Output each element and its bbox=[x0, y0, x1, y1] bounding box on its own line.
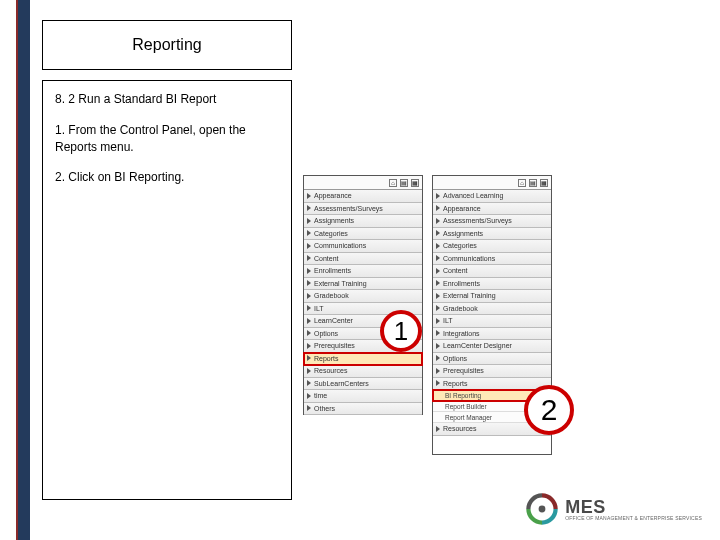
menu-item[interactable]: Enrollments bbox=[433, 278, 551, 291]
expand-arrow-icon bbox=[436, 230, 440, 236]
menu-item-label: Prerequisites bbox=[314, 342, 355, 349]
menu-item[interactable]: Assignments bbox=[433, 228, 551, 241]
menu-item-label: Enrollments bbox=[314, 267, 351, 274]
menu-item-label: Content bbox=[443, 267, 468, 274]
expand-arrow-icon bbox=[307, 380, 311, 386]
menu-item-label: LearnCenter bbox=[314, 317, 353, 324]
menu-item[interactable]: Content bbox=[304, 253, 422, 266]
menu-item-label: Reports bbox=[443, 380, 468, 387]
side-accent-bar bbox=[16, 0, 30, 540]
expand-arrow-icon bbox=[436, 293, 440, 299]
menu-item-label: Reports bbox=[314, 355, 339, 362]
menu-item-label: Categories bbox=[314, 230, 348, 237]
menu-item-label: Communications bbox=[443, 255, 495, 262]
menu-item[interactable]: Appearance bbox=[433, 203, 551, 216]
menu-item[interactable]: External Training bbox=[304, 278, 422, 291]
expand-arrow-icon bbox=[307, 218, 311, 224]
home-icon: ⌂ bbox=[518, 179, 526, 187]
menu-item[interactable]: Prerequisites bbox=[433, 365, 551, 378]
menu-item[interactable]: External Training bbox=[433, 290, 551, 303]
expand-arrow-icon bbox=[436, 243, 440, 249]
callout-badge-2: 2 bbox=[524, 385, 574, 435]
step-1: 1. From the Control Panel, open the Repo… bbox=[55, 122, 279, 156]
menu-item-label: External Training bbox=[314, 280, 367, 287]
menu-item-label: ILT bbox=[314, 305, 324, 312]
expand-arrow-icon bbox=[307, 368, 311, 374]
expand-arrow-icon bbox=[436, 280, 440, 286]
menu-item[interactable]: Categories bbox=[304, 228, 422, 241]
expand-arrow-icon bbox=[436, 380, 440, 386]
footer-logo: MES OFFICE OF MANAGEMENT & ENTERPRISE SE… bbox=[525, 492, 702, 526]
menu-item-label: Resources bbox=[314, 367, 347, 374]
expand-arrow-icon bbox=[307, 293, 311, 299]
menu-item-label: Assessments/Surveys bbox=[314, 205, 383, 212]
panel-header: ⌂ ▤ ▦ bbox=[304, 176, 422, 190]
badge-1-number: 1 bbox=[394, 316, 408, 347]
menu-item-label: Prerequisites bbox=[443, 367, 484, 374]
menu-item[interactable]: Communications bbox=[304, 240, 422, 253]
menu-item-label: Assignments bbox=[314, 217, 354, 224]
menu-item[interactable]: Enrollments bbox=[304, 265, 422, 278]
menu-item[interactable]: Others bbox=[304, 403, 422, 416]
menu-item[interactable]: Options bbox=[433, 353, 551, 366]
expand-arrow-icon bbox=[436, 355, 440, 361]
svg-point-0 bbox=[539, 506, 546, 513]
menu-item[interactable]: Content bbox=[433, 265, 551, 278]
menu-item[interactable]: ILT bbox=[433, 315, 551, 328]
gear-icon: ▦ bbox=[540, 179, 548, 187]
expand-arrow-icon bbox=[436, 255, 440, 261]
expand-arrow-icon bbox=[436, 318, 440, 324]
logo-subtext: OFFICE OF MANAGEMENT & ENTERPRISE SERVIC… bbox=[565, 516, 702, 521]
menu-item-label: Assignments bbox=[443, 230, 483, 237]
expand-arrow-icon bbox=[307, 330, 311, 336]
menu-item[interactable]: Advanced Learning bbox=[433, 190, 551, 203]
menu-item-label: Integrations bbox=[443, 330, 480, 337]
expand-arrow-icon bbox=[307, 205, 311, 211]
expand-arrow-icon bbox=[307, 318, 311, 324]
doc-icon: ▤ bbox=[400, 179, 408, 187]
menu-item[interactable]: Categories bbox=[433, 240, 551, 253]
menu-item-label: Categories bbox=[443, 242, 477, 249]
menu-item-label: Others bbox=[314, 405, 335, 412]
menu-item[interactable]: Assignments bbox=[304, 215, 422, 228]
title-box: Reporting bbox=[42, 20, 292, 70]
menu-item-label: Appearance bbox=[314, 192, 352, 199]
section-subtitle: 8. 2 Run a Standard BI Report bbox=[55, 91, 279, 108]
expand-arrow-icon bbox=[436, 368, 440, 374]
menu-item-label: ILT bbox=[443, 317, 453, 324]
menu-item-label: Communications bbox=[314, 242, 366, 249]
menu-item[interactable]: LearnCenter Designer bbox=[433, 340, 551, 353]
menu-item[interactable]: Resources bbox=[304, 365, 422, 378]
menu-item-label: LearnCenter Designer bbox=[443, 342, 512, 349]
menu-item-label: Options bbox=[443, 355, 467, 362]
menu-item[interactable]: Gradebook bbox=[304, 290, 422, 303]
expand-arrow-icon bbox=[307, 230, 311, 236]
menu-item[interactable]: Appearance bbox=[304, 190, 422, 203]
doc-icon: ▤ bbox=[529, 179, 537, 187]
home-icon: ⌂ bbox=[389, 179, 397, 187]
menu-item[interactable]: Reports bbox=[304, 353, 422, 366]
expand-arrow-icon bbox=[436, 268, 440, 274]
logo-mark-icon bbox=[525, 492, 559, 526]
menu-item[interactable]: time bbox=[304, 390, 422, 403]
menu-item[interactable]: SubLearnCenters bbox=[304, 378, 422, 391]
menu-item[interactable]: Communications bbox=[433, 253, 551, 266]
menu-item-label: Assessments/Surveys bbox=[443, 217, 512, 224]
expand-arrow-icon bbox=[307, 343, 311, 349]
expand-arrow-icon bbox=[307, 255, 311, 261]
expand-arrow-icon bbox=[307, 305, 311, 311]
expand-arrow-icon bbox=[436, 330, 440, 336]
menu-item[interactable]: Gradebook bbox=[433, 303, 551, 316]
menu-item[interactable]: Integrations bbox=[433, 328, 551, 341]
expand-arrow-icon bbox=[307, 355, 311, 361]
menu-item-label: Options bbox=[314, 330, 338, 337]
expand-arrow-icon bbox=[436, 305, 440, 311]
expand-arrow-icon bbox=[436, 205, 440, 211]
menu-item[interactable]: Reports bbox=[433, 378, 551, 391]
expand-arrow-icon bbox=[307, 280, 311, 286]
expand-arrow-icon bbox=[307, 393, 311, 399]
expand-arrow-icon bbox=[307, 243, 311, 249]
menu-item[interactable]: Assessments/Surveys bbox=[304, 203, 422, 216]
menu-item[interactable]: Assessments/Surveys bbox=[433, 215, 551, 228]
expand-arrow-icon bbox=[436, 343, 440, 349]
